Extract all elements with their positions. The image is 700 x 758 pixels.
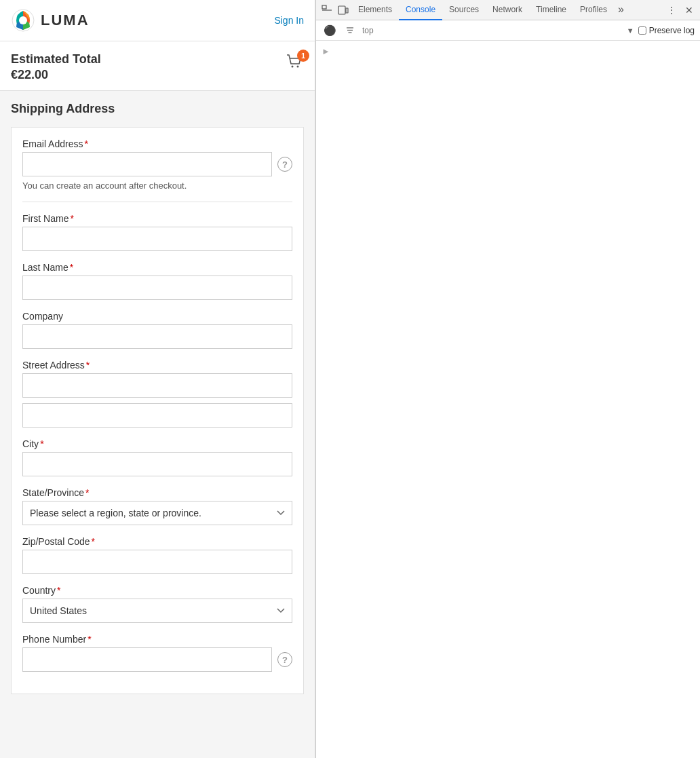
phone-label: Phone Number* — [22, 634, 292, 645]
shipping-address-title: Shipping Address — [11, 102, 304, 116]
phone-required: * — [88, 634, 91, 645]
email-group: Email Address* ? You can create an accou… — [22, 138, 292, 191]
shipping-address-section: Shipping Address — [0, 91, 315, 116]
street-address-input-2[interactable] — [22, 403, 292, 428]
phone-input[interactable] — [22, 647, 272, 672]
city-label: City* — [22, 438, 292, 449]
street-address-group: Street Address* — [22, 360, 292, 428]
cart-badge-area[interactable]: 1 — [285, 52, 304, 73]
last-name-label: Last Name* — [22, 262, 292, 273]
logo-area: LUMA — [11, 8, 90, 33]
console-filter-input[interactable] — [362, 26, 623, 35]
console-filter-dropdown[interactable]: ▼ — [627, 26, 634, 35]
total-info: Estimated Total €22.00 — [11, 52, 101, 82]
email-input[interactable] — [22, 152, 272, 176]
console-prompt-arrow[interactable]: ► — [322, 46, 330, 56]
country-required: * — [57, 585, 60, 596]
tab-profiles[interactable]: Profiles — [573, 0, 614, 20]
cart-badge: 1 — [297, 50, 309, 62]
devtools-content: ► — [316, 41, 700, 758]
street-address-label: Street Address* — [22, 360, 292, 371]
city-input[interactable] — [22, 452, 292, 476]
tab-elements[interactable]: Elements — [351, 0, 399, 20]
devtools-toolbar: ⚫ ▼ Preserve log — [316, 20, 700, 41]
svg-point-1 — [19, 16, 27, 24]
phone-row: ? — [22, 647, 292, 672]
devtools-top-icons: ⋮ ✕ — [663, 2, 697, 18]
inspect-element-icon[interactable] — [319, 2, 335, 18]
last-name-group: Last Name* — [22, 262, 292, 300]
tab-timeline[interactable]: Timeline — [529, 0, 573, 20]
console-filter-icon[interactable] — [342, 22, 358, 39]
city-group: City* — [22, 438, 292, 476]
email-label: Email Address* — [22, 138, 292, 149]
first-name-input[interactable] — [22, 227, 292, 251]
zip-label: Zip/Postal Code* — [22, 536, 292, 547]
devtools-tabs-bar: Elements Console Sources Network Timelin… — [316, 0, 700, 20]
estimated-total-label: Estimated Total — [11, 52, 101, 67]
email-row: ? — [22, 152, 292, 176]
console-clear-icon[interactable]: ⚫ — [322, 22, 338, 39]
devtools-more-icon[interactable]: ⋮ — [663, 2, 680, 18]
company-group: Company — [22, 311, 292, 349]
state-label: State/Province* — [22, 487, 292, 498]
company-label: Company — [22, 311, 292, 322]
svg-point-3 — [297, 66, 299, 68]
state-required: * — [85, 487, 89, 498]
email-required: * — [84, 138, 88, 149]
svg-point-2 — [292, 66, 294, 68]
street-required: * — [86, 360, 90, 371]
country-group: Country* United States — [22, 585, 292, 623]
sign-in-link[interactable]: Sign In — [274, 15, 304, 26]
svg-rect-4 — [322, 5, 326, 9]
luma-logo-icon — [11, 8, 35, 33]
last-name-input[interactable] — [22, 276, 292, 300]
country-label: Country* — [22, 585, 292, 596]
country-select[interactable]: United States — [22, 599, 292, 623]
preserve-log-label: Preserve log — [649, 26, 695, 35]
tab-network[interactable]: Network — [486, 0, 529, 20]
svg-rect-6 — [338, 6, 345, 14]
phone-help-icon[interactable]: ? — [277, 652, 292, 667]
last-name-required: * — [70, 262, 73, 273]
email-help-icon[interactable]: ? — [277, 157, 292, 172]
separator-1 — [22, 202, 292, 202]
city-required: * — [40, 438, 43, 449]
checkout-form: Email Address* ? You can create an accou… — [11, 127, 304, 694]
devtools-close-icon[interactable]: ✕ — [681, 2, 697, 18]
tab-console[interactable]: Console — [399, 0, 442, 20]
first-name-group: First Name* — [22, 213, 292, 251]
checkout-panel: LUMA Sign In Estimated Total €22.00 1 Sh… — [0, 0, 315, 758]
company-input[interactable] — [22, 324, 292, 349]
first-name-required: * — [70, 213, 73, 224]
first-name-label: First Name* — [22, 213, 292, 224]
tab-sources[interactable]: Sources — [442, 0, 486, 20]
state-group: State/Province* Please select a region, … — [22, 487, 292, 525]
svg-rect-7 — [346, 8, 348, 13]
state-select[interactable]: Please select a region, state or provinc… — [22, 501, 292, 525]
device-toolbar-icon[interactable] — [335, 2, 351, 18]
tab-more[interactable]: » — [614, 0, 628, 20]
logo-text: LUMA — [41, 12, 90, 29]
preserve-log-checkbox[interactable] — [638, 26, 646, 35]
zip-group: Zip/Postal Code* — [22, 536, 292, 574]
street-address-input-1[interactable] — [22, 373, 292, 398]
estimated-total-amount: €22.00 — [11, 68, 101, 82]
header: LUMA Sign In — [0, 0, 315, 41]
zip-required: * — [92, 536, 95, 547]
email-hint-text: You can create an account after checkout… — [22, 181, 292, 191]
devtools-panel: Elements Console Sources Network Timelin… — [315, 0, 700, 758]
preserve-log-area: Preserve log — [638, 26, 695, 35]
phone-group: Phone Number* ? — [22, 634, 292, 672]
zip-input[interactable] — [22, 550, 292, 574]
estimated-total-section: Estimated Total €22.00 1 — [0, 41, 315, 91]
